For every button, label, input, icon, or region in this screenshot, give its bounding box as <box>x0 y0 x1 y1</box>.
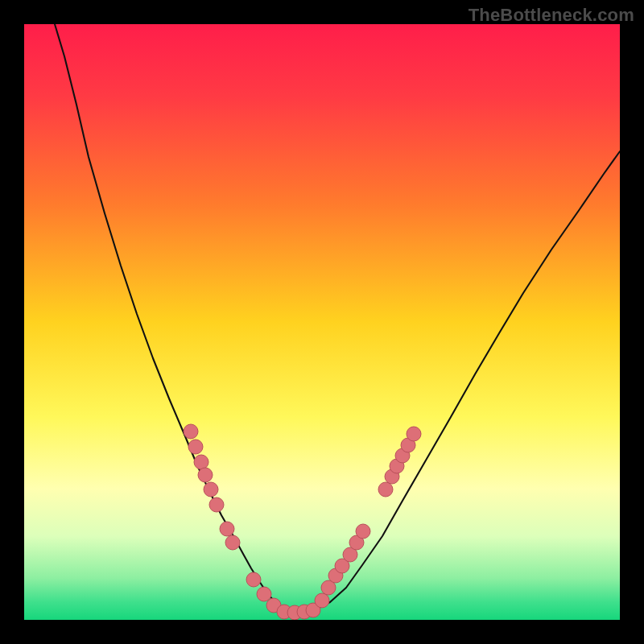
marker-dot <box>225 535 240 550</box>
marker-dot <box>257 587 271 601</box>
chart-svg <box>24 24 620 620</box>
marker-dot <box>188 440 203 454</box>
chart-frame: TheBottleneck.com <box>0 0 644 644</box>
marker-dot <box>198 468 213 482</box>
marker-dot <box>356 524 370 539</box>
chart-background <box>24 24 620 620</box>
watermark-text: TheBottleneck.com <box>469 5 634 26</box>
marker-dot <box>407 427 421 441</box>
marker-dot <box>184 424 198 439</box>
marker-dot <box>315 593 329 608</box>
chart-plot-area <box>24 24 620 620</box>
marker-dot <box>204 482 218 497</box>
marker-dot <box>246 572 261 587</box>
marker-dot <box>378 482 393 497</box>
marker-dot <box>209 497 224 512</box>
marker-dot <box>220 522 234 536</box>
marker-dot <box>194 455 208 469</box>
